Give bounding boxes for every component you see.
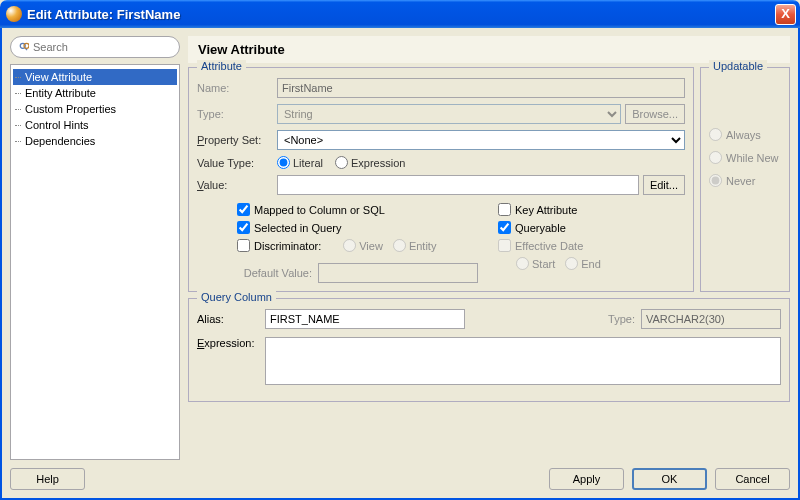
- titlebar: Edit Attribute: FirstName X: [0, 0, 800, 28]
- while-new-radio-label: While New: [709, 151, 781, 164]
- default-value-input: [318, 263, 478, 283]
- updatable-legend: Updatable: [709, 60, 767, 72]
- type-select: String: [277, 104, 621, 124]
- name-label: Name:: [197, 82, 277, 94]
- selected-in-query-checkbox[interactable]: [237, 221, 250, 234]
- effective-date-label: Effective Date: [515, 240, 583, 252]
- search-input[interactable]: [33, 41, 171, 53]
- expression-radio-label[interactable]: Expression: [335, 156, 405, 169]
- content-area: View Attribute Attribute Name: Type: Str…: [188, 36, 790, 460]
- default-value-label: Default Value:: [237, 267, 312, 279]
- mapped-checkbox[interactable]: [237, 203, 250, 216]
- app-icon: [6, 6, 22, 22]
- queryable-label: Queryable: [515, 222, 566, 234]
- value-type-label: Value Type:: [197, 157, 277, 169]
- value-label: Value:: [197, 179, 277, 191]
- ed-end-radio-label: End: [565, 257, 601, 270]
- property-set-label: Property Set:: [197, 134, 277, 146]
- dialog-body: View Attribute Entity Attribute Custom P…: [0, 28, 800, 500]
- always-radio-label: Always: [709, 128, 781, 141]
- ed-end-radio: [565, 257, 578, 270]
- cancel-button[interactable]: Cancel: [715, 468, 790, 490]
- window-title: Edit Attribute: FirstName: [27, 7, 775, 22]
- disc-entity-radio: [393, 239, 406, 252]
- attribute-legend: Attribute: [197, 60, 246, 72]
- value-input[interactable]: [277, 175, 639, 195]
- main-area: View Attribute Entity Attribute Custom P…: [10, 36, 790, 460]
- updatable-list: Always While New Never: [709, 78, 781, 187]
- tree-item-custom-properties[interactable]: Custom Properties: [13, 101, 177, 117]
- literal-radio[interactable]: [277, 156, 290, 169]
- always-radio: [709, 128, 722, 141]
- literal-radio-label[interactable]: Literal: [277, 156, 323, 169]
- alias-label: Alias:: [197, 313, 259, 325]
- browse-button: Browse...: [625, 104, 685, 124]
- close-button[interactable]: X: [775, 4, 796, 25]
- tree-item-dependencies[interactable]: Dependencies: [13, 133, 177, 149]
- key-attribute-checkbox[interactable]: [498, 203, 511, 216]
- disc-view-radio: [343, 239, 356, 252]
- search-icon: [19, 40, 29, 54]
- selected-in-query-label: Selected in Query: [254, 222, 341, 234]
- query-type-input: [641, 309, 781, 329]
- nav-tree: View Attribute Entity Attribute Custom P…: [10, 64, 180, 460]
- checkbox-left-col: Mapped to Column or SQL Selected in Quer…: [197, 203, 478, 283]
- queryable-checkbox[interactable]: [498, 221, 511, 234]
- edit-button[interactable]: Edit...: [643, 175, 685, 195]
- never-radio-label: Never: [709, 174, 781, 187]
- ed-start-radio-label: Start: [516, 257, 555, 270]
- page-heading: View Attribute: [188, 36, 790, 63]
- tree-item-view-attribute[interactable]: View Attribute: [13, 69, 177, 85]
- expression-radio[interactable]: [335, 156, 348, 169]
- panels-row: Attribute Name: Type: String Browse... P…: [188, 67, 790, 292]
- apply-button[interactable]: Apply: [549, 468, 624, 490]
- disc-entity-radio-label: Entity: [393, 239, 437, 252]
- discriminator-radios: View Entity: [343, 239, 436, 252]
- never-radio: [709, 174, 722, 187]
- button-bar: Help Apply OK Cancel: [10, 460, 790, 490]
- query-type-label: Type:: [573, 313, 635, 325]
- discriminator-checkbox[interactable]: [237, 239, 250, 252]
- effective-date-radios: Start End: [516, 257, 685, 270]
- ed-start-radio: [516, 257, 529, 270]
- mapped-label: Mapped to Column or SQL: [254, 204, 385, 216]
- checkbox-right-col: Key Attribute Queryable Effective Date S…: [478, 203, 685, 283]
- attribute-panel: Attribute Name: Type: String Browse... P…: [188, 67, 694, 292]
- value-type-group: Literal Expression: [277, 156, 405, 169]
- discriminator-label: Discriminator:: [254, 240, 321, 252]
- alias-input[interactable]: [265, 309, 465, 329]
- property-set-select[interactable]: <None>: [277, 130, 685, 150]
- ok-button[interactable]: OK: [632, 468, 707, 490]
- checkbox-block: Mapped to Column or SQL Selected in Quer…: [197, 203, 685, 283]
- help-button[interactable]: Help: [10, 468, 85, 490]
- effective-date-checkbox: [498, 239, 511, 252]
- tree-item-entity-attribute[interactable]: Entity Attribute: [13, 85, 177, 101]
- query-column-panel: Query Column Alias: Type: Expression:: [188, 298, 790, 402]
- query-legend: Query Column: [197, 291, 276, 303]
- sidebar: View Attribute Entity Attribute Custom P…: [10, 36, 180, 460]
- expression-input[interactable]: [265, 337, 781, 385]
- name-input: [277, 78, 685, 98]
- expression-label: Expression:: [197, 337, 259, 349]
- tree-item-control-hints[interactable]: Control Hints: [13, 117, 177, 133]
- type-label: Type:: [197, 108, 277, 120]
- search-box[interactable]: [10, 36, 180, 58]
- disc-view-radio-label: View: [343, 239, 383, 252]
- while-new-radio: [709, 151, 722, 164]
- key-attribute-label: Key Attribute: [515, 204, 577, 216]
- updatable-panel: Updatable Always While New Never: [700, 67, 790, 292]
